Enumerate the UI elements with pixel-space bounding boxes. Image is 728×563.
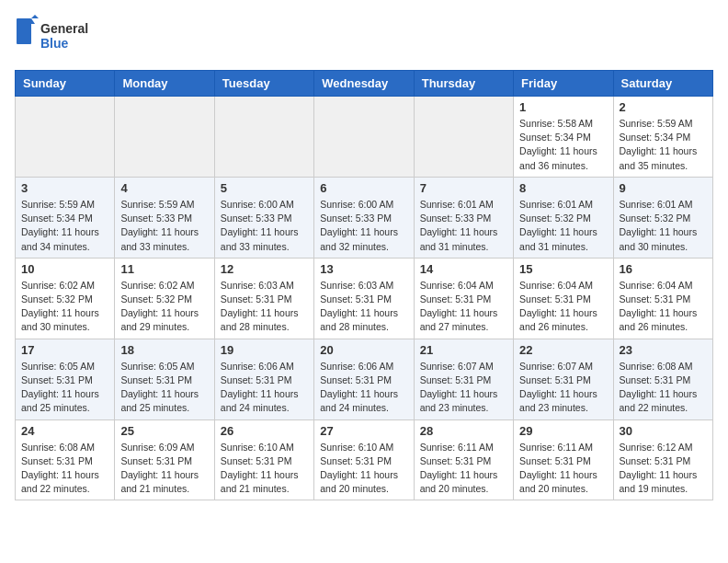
day-number: 18	[120, 343, 208, 357]
svg-marker-2	[31, 15, 39, 18]
calendar-cell	[115, 97, 214, 178]
day-info: Sunrise: 6:11 AM Sunset: 5:31 PM Dayligh…	[420, 441, 507, 497]
calendar-cell: 12Sunrise: 6:03 AM Sunset: 5:31 PM Dayli…	[214, 258, 313, 339]
day-number: 13	[320, 262, 407, 276]
calendar-cell: 2Sunrise: 5:59 AM Sunset: 5:34 PM Daylig…	[613, 97, 712, 178]
logo: General Blue	[15, 15, 97, 59]
day-number: 29	[519, 424, 607, 438]
calendar-cell	[214, 97, 313, 178]
calendar-cell: 25Sunrise: 6:09 AM Sunset: 5:31 PM Dayli…	[115, 419, 214, 500]
weekday-header-monday: Monday	[115, 71, 214, 97]
weekday-header-row: SundayMondayTuesdayWednesdayThursdayFrid…	[16, 71, 713, 97]
calendar-cell: 21Sunrise: 6:07 AM Sunset: 5:31 PM Dayli…	[414, 339, 513, 419]
weekday-header-saturday: Saturday	[613, 71, 712, 97]
day-info: Sunrise: 6:04 AM Sunset: 5:31 PM Dayligh…	[620, 279, 707, 335]
calendar-cell: 19Sunrise: 6:06 AM Sunset: 5:31 PM Dayli…	[214, 339, 313, 419]
day-number: 26	[221, 424, 308, 438]
day-info: Sunrise: 5:59 AM Sunset: 5:34 PM Dayligh…	[620, 117, 707, 173]
calendar-cell: 15Sunrise: 6:04 AM Sunset: 5:31 PM Dayli…	[514, 258, 613, 339]
day-number: 28	[420, 424, 507, 438]
day-info: Sunrise: 6:02 AM Sunset: 5:32 PM Dayligh…	[21, 279, 108, 335]
calendar-cell: 8Sunrise: 6:01 AM Sunset: 5:32 PM Daylig…	[514, 177, 613, 258]
day-info: Sunrise: 6:09 AM Sunset: 5:31 PM Dayligh…	[120, 441, 208, 497]
day-number: 11	[120, 262, 208, 276]
day-number: 17	[21, 343, 108, 357]
calendar-cell: 13Sunrise: 6:03 AM Sunset: 5:31 PM Dayli…	[314, 258, 414, 339]
svg-rect-5	[17, 18, 31, 44]
day-info: Sunrise: 6:05 AM Sunset: 5:31 PM Dayligh…	[21, 360, 108, 416]
day-info: Sunrise: 6:03 AM Sunset: 5:31 PM Dayligh…	[320, 279, 407, 335]
day-info: Sunrise: 6:00 AM Sunset: 5:33 PM Dayligh…	[320, 198, 407, 254]
day-number: 20	[320, 343, 407, 357]
calendar-cell: 1Sunrise: 5:58 AM Sunset: 5:34 PM Daylig…	[514, 97, 613, 178]
day-number: 6	[320, 181, 407, 195]
calendar-cell: 5Sunrise: 6:00 AM Sunset: 5:33 PM Daylig…	[214, 177, 313, 258]
calendar-cell: 11Sunrise: 6:02 AM Sunset: 5:32 PM Dayli…	[115, 258, 214, 339]
calendar-cell: 27Sunrise: 6:10 AM Sunset: 5:31 PM Dayli…	[314, 419, 414, 500]
calendar-week-1: 1Sunrise: 5:58 AM Sunset: 5:34 PM Daylig…	[16, 97, 713, 178]
day-number: 12	[221, 262, 308, 276]
calendar-cell	[16, 97, 115, 178]
calendar-cell: 26Sunrise: 6:10 AM Sunset: 5:31 PM Dayli…	[214, 419, 313, 500]
calendar-cell: 4Sunrise: 5:59 AM Sunset: 5:33 PM Daylig…	[115, 177, 214, 258]
calendar-cell: 20Sunrise: 6:06 AM Sunset: 5:31 PM Dayli…	[314, 339, 414, 419]
day-info: Sunrise: 6:01 AM Sunset: 5:32 PM Dayligh…	[519, 198, 607, 254]
calendar-cell: 18Sunrise: 6:05 AM Sunset: 5:31 PM Dayli…	[115, 339, 214, 419]
logo-icon: General Blue	[15, 15, 97, 59]
calendar-cell: 6Sunrise: 6:00 AM Sunset: 5:33 PM Daylig…	[314, 177, 414, 258]
day-info: Sunrise: 6:01 AM Sunset: 5:33 PM Dayligh…	[420, 198, 507, 254]
calendar-cell: 3Sunrise: 5:59 AM Sunset: 5:34 PM Daylig…	[16, 177, 115, 258]
calendar-cell: 30Sunrise: 6:12 AM Sunset: 5:31 PM Dayli…	[613, 419, 712, 500]
day-number: 8	[519, 181, 607, 195]
day-info: Sunrise: 6:12 AM Sunset: 5:31 PM Dayligh…	[620, 441, 707, 497]
day-number: 3	[21, 181, 108, 195]
day-info: Sunrise: 6:04 AM Sunset: 5:31 PM Dayligh…	[519, 279, 607, 335]
day-info: Sunrise: 5:59 AM Sunset: 5:34 PM Dayligh…	[21, 198, 108, 254]
day-info: Sunrise: 6:00 AM Sunset: 5:33 PM Dayligh…	[221, 198, 308, 254]
day-info: Sunrise: 5:59 AM Sunset: 5:33 PM Dayligh…	[120, 198, 208, 254]
calendar-cell: 17Sunrise: 6:05 AM Sunset: 5:31 PM Dayli…	[16, 339, 115, 419]
day-info: Sunrise: 6:06 AM Sunset: 5:31 PM Dayligh…	[221, 360, 308, 416]
day-number: 7	[420, 181, 507, 195]
day-number: 22	[519, 343, 607, 357]
day-number: 1	[519, 100, 607, 114]
day-info: Sunrise: 6:07 AM Sunset: 5:31 PM Dayligh…	[519, 360, 607, 416]
day-info: Sunrise: 6:02 AM Sunset: 5:32 PM Dayligh…	[120, 279, 208, 335]
page-header: General Blue	[15, 15, 713, 59]
day-info: Sunrise: 6:08 AM Sunset: 5:31 PM Dayligh…	[21, 441, 108, 497]
calendar-cell: 23Sunrise: 6:08 AM Sunset: 5:31 PM Dayli…	[613, 339, 712, 419]
day-info: Sunrise: 6:08 AM Sunset: 5:31 PM Dayligh…	[620, 360, 707, 416]
day-number: 16	[620, 262, 707, 276]
day-info: Sunrise: 6:10 AM Sunset: 5:31 PM Dayligh…	[320, 441, 407, 497]
calendar-table: SundayMondayTuesdayWednesdayThursdayFrid…	[15, 70, 713, 500]
calendar-cell: 22Sunrise: 6:07 AM Sunset: 5:31 PM Dayli…	[514, 339, 613, 419]
day-number: 5	[221, 181, 308, 195]
day-info: Sunrise: 6:03 AM Sunset: 5:31 PM Dayligh…	[221, 279, 308, 335]
day-number: 19	[221, 343, 308, 357]
day-info: Sunrise: 6:07 AM Sunset: 5:31 PM Dayligh…	[420, 360, 507, 416]
calendar-cell	[314, 97, 414, 178]
day-info: Sunrise: 6:05 AM Sunset: 5:31 PM Dayligh…	[120, 360, 208, 416]
day-info: Sunrise: 6:10 AM Sunset: 5:31 PM Dayligh…	[221, 441, 308, 497]
day-info: Sunrise: 6:04 AM Sunset: 5:31 PM Dayligh…	[420, 279, 507, 335]
calendar-cell: 28Sunrise: 6:11 AM Sunset: 5:31 PM Dayli…	[414, 419, 513, 500]
day-info: Sunrise: 6:11 AM Sunset: 5:31 PM Dayligh…	[519, 441, 607, 497]
svg-text:Blue: Blue	[40, 36, 69, 51]
calendar-week-4: 17Sunrise: 6:05 AM Sunset: 5:31 PM Dayli…	[16, 339, 713, 419]
day-number: 25	[120, 424, 208, 438]
calendar-cell: 16Sunrise: 6:04 AM Sunset: 5:31 PM Dayli…	[613, 258, 712, 339]
day-info: Sunrise: 6:06 AM Sunset: 5:31 PM Dayligh…	[320, 360, 407, 416]
day-number: 30	[620, 424, 707, 438]
day-info: Sunrise: 6:01 AM Sunset: 5:32 PM Dayligh…	[620, 198, 707, 254]
day-number: 14	[420, 262, 507, 276]
calendar-cell: 14Sunrise: 6:04 AM Sunset: 5:31 PM Dayli…	[414, 258, 513, 339]
calendar-cell: 7Sunrise: 6:01 AM Sunset: 5:33 PM Daylig…	[414, 177, 513, 258]
calendar-week-3: 10Sunrise: 6:02 AM Sunset: 5:32 PM Dayli…	[16, 258, 713, 339]
day-number: 24	[21, 424, 108, 438]
day-number: 2	[620, 100, 707, 114]
day-number: 15	[519, 262, 607, 276]
calendar-week-2: 3Sunrise: 5:59 AM Sunset: 5:34 PM Daylig…	[16, 177, 713, 258]
day-number: 27	[320, 424, 407, 438]
day-number: 4	[120, 181, 208, 195]
day-number: 21	[420, 343, 507, 357]
